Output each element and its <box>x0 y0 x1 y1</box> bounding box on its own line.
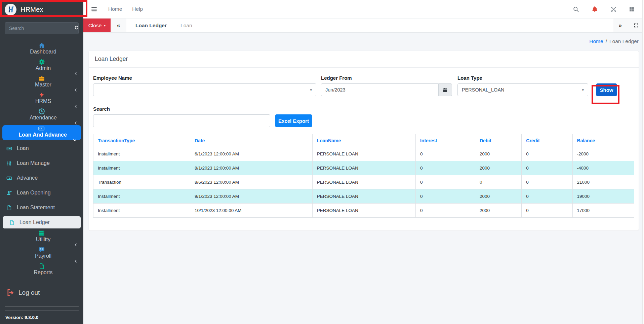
column-header-balance[interactable]: Balance <box>572 134 634 147</box>
show-button[interactable]: Show <box>596 83 617 96</box>
sidebar-item-loan-opening[interactable]: Loan Opening <box>0 185 83 200</box>
logout-icon <box>5 289 14 297</box>
loan-type-field: Loan Type PERSONAL_LOAN ▾ <box>457 75 588 96</box>
sidebar-item-label: Loan And Advance <box>18 132 67 138</box>
loan-type-value: PERSONAL_LOAN <box>462 87 582 93</box>
column-header-credit[interactable]: Credit <box>522 134 572 147</box>
table-cell: 9/1/2023 12:00:00 AM <box>190 189 313 204</box>
tab-loan-ledger[interactable]: Loan Ledger <box>131 19 171 32</box>
sidebar-item-admin[interactable]: Admin <box>0 59 83 75</box>
breadcrumb-current: Loan Ledger <box>609 38 639 44</box>
table-cell: Installment <box>93 161 190 175</box>
bolt-icon <box>37 92 46 98</box>
excel-export-button[interactable]: Excel Export <box>275 114 312 127</box>
table-cell: PERSONALE LOAN <box>312 175 415 189</box>
table-cell: 0 <box>415 147 475 161</box>
breadcrumb-home-link[interactable]: Home <box>589 38 603 44</box>
hamburger-menu-icon[interactable] <box>91 5 98 13</box>
column-header-date[interactable]: Date <box>190 134 313 147</box>
sidebar-item-dashboard[interactable]: Dashboard <box>0 42 83 59</box>
topnav-actions <box>573 6 639 13</box>
employee-name-label: Employee Name <box>93 75 316 81</box>
money-icon <box>37 125 46 132</box>
tabbar-right-controls: » <box>613 19 644 32</box>
calendar-icon[interactable] <box>438 83 452 96</box>
table-cell: 0 <box>522 189 572 204</box>
search-icon[interactable] <box>573 6 579 12</box>
table-cell: PERSONALE LOAN <box>312 147 415 161</box>
column-header-debit[interactable]: Debit <box>475 134 521 147</box>
sidebar-search-button[interactable] <box>74 23 79 34</box>
table-header-row: TransactionTypeDateLoanNameInterestDebit… <box>93 134 634 147</box>
table-cell: 2000 <box>475 161 521 175</box>
sidebar-item-utilitty[interactable]: Utilitty <box>0 230 83 246</box>
table-search-field: Search <box>93 106 270 127</box>
brand[interactable]: HRMex <box>0 0 83 19</box>
notifications-bell-icon[interactable] <box>591 6 598 13</box>
expand-arrows-icon[interactable] <box>610 6 617 12</box>
sidebar-item-master[interactable]: Master <box>0 75 83 92</box>
table-cell: Installment <box>93 147 190 161</box>
table-row: Installment10/1/2023 12:00:00 AMPERSONAL… <box>93 204 634 218</box>
employee-name-field: Employee Name ▾ <box>93 75 316 96</box>
grid-apps-icon[interactable] <box>629 6 635 12</box>
sidebar-search-input[interactable] <box>5 23 74 34</box>
column-header-interest[interactable]: Interest <box>415 134 475 147</box>
page-content: Home/Loan Ledger Loan Ledger Employee Na… <box>83 33 644 324</box>
tab-loan[interactable]: Loan <box>176 19 197 32</box>
fullscreen-icon[interactable] <box>634 23 639 28</box>
sidebar-item-label: Loan Manage <box>17 160 50 166</box>
breadcrumb-separator: / <box>606 38 607 44</box>
sidebar-item-label: Payroll <box>35 253 51 259</box>
main-area: Home Help Close ▾ « Loan Ledger Loan » <box>83 0 644 324</box>
chevron-left-icon <box>74 243 78 247</box>
table-search-input[interactable] <box>93 114 270 127</box>
sidebar-item-hrms[interactable]: HRMS <box>0 92 83 108</box>
table-cell: 0 <box>522 147 572 161</box>
sidebar-item-loan-statement[interactable]: Loan Statement <box>0 200 83 215</box>
top-navbar: Home Help <box>83 0 644 19</box>
page-title: Loan Ledger <box>89 51 639 68</box>
column-header-loanname[interactable]: LoanName <box>312 134 415 147</box>
close-button[interactable]: Close ▾ <box>83 19 111 32</box>
sidebar-item-attendance[interactable]: Attendance <box>0 108 83 124</box>
ledger-from-field: Ledger From <box>321 75 452 96</box>
show-button-wrap: Show <box>596 83 617 96</box>
nav-link-home[interactable]: Home <box>108 6 122 12</box>
chevron-down-icon: ▾ <box>582 88 584 92</box>
chevron-left-icon <box>74 71 78 76</box>
employee-name-select[interactable]: ▾ <box>93 83 316 96</box>
file-icon <box>7 220 16 225</box>
double-chevron-right-icon[interactable]: » <box>619 23 622 29</box>
ledger-from-input[interactable] <box>321 83 438 96</box>
table-cell: 0 <box>415 204 475 218</box>
sidebar-item-loan-manage[interactable]: Loan Manage <box>0 156 83 171</box>
table-cell: 0 <box>522 204 572 218</box>
sidebar-item-reports[interactable]: Reports <box>0 263 83 279</box>
loan-type-select[interactable]: PERSONAL_LOAN ▾ <box>457 83 588 96</box>
caret-down-icon: ▾ <box>104 24 106 27</box>
table-cell: 17000 <box>572 204 634 218</box>
logout-button[interactable]: Log out <box>0 285 83 301</box>
sidebar-item-loan-and-advance[interactable]: Loan And Advance <box>2 125 81 140</box>
house-icon <box>37 42 46 49</box>
nav-link-help[interactable]: Help <box>132 6 143 12</box>
hrmex-logo-icon <box>5 4 16 15</box>
file-icon <box>5 205 14 211</box>
sidebar-item-label: Admin <box>36 65 51 71</box>
sidebar-item-label: Loan <box>17 145 29 151</box>
sidebar-item-label: Dashboard <box>30 49 56 55</box>
money-icon <box>5 175 14 181</box>
sidebar-item-loan-ledger[interactable]: Loan Ledger <box>3 216 81 228</box>
close-button-label: Close <box>88 23 102 29</box>
scrollbar-track[interactable] <box>642 0 644 324</box>
sidebar-item-payroll[interactable]: Payroll <box>0 246 83 263</box>
sidebar-item-loan[interactable]: Loan <box>0 141 83 156</box>
table-cell: Installment <box>93 204 190 218</box>
scroll-tabs-left-button[interactable]: « <box>111 19 126 32</box>
sidebar-item-advance[interactable]: Advance <box>0 171 83 185</box>
sidebar-item-label: Master <box>35 82 51 88</box>
column-header-transactiontype[interactable]: TransactionType <box>93 134 190 147</box>
table-search-label: Search <box>93 106 270 112</box>
sidebar-item-label: Loan Opening <box>17 190 51 196</box>
